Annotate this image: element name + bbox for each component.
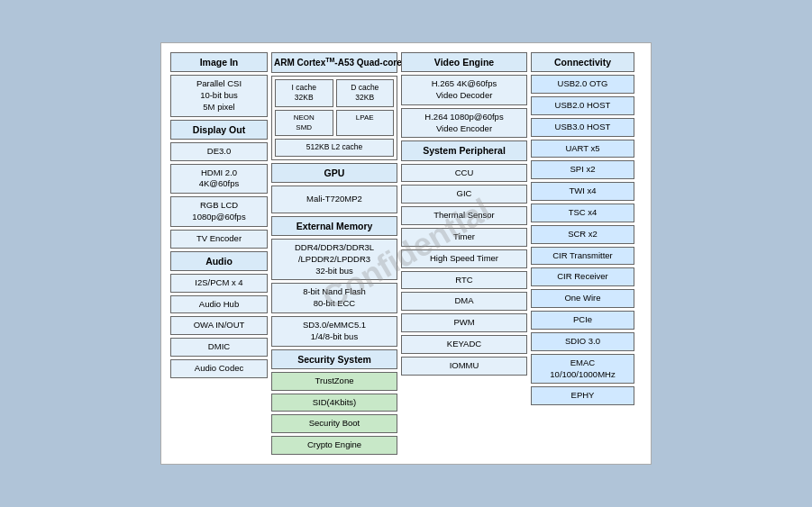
parallel-csi-label: Parallel CSI 10-bit bus 5M pixel [196, 78, 242, 112]
hdmi-label: HDMI 2.0 4K@60fps [199, 167, 240, 189]
pwm-block: PWM [401, 313, 527, 332]
h264-block: H.264 1080p@60fps Video Encoder [401, 108, 527, 139]
arm-cache-row: I cache 32KB D cache 32KB [275, 79, 394, 107]
security-boot-block: Security Boot [271, 414, 397, 433]
chip-diagram: Confidential Image In Parallel CSI 10-bi… [160, 42, 652, 465]
column-4: Connectivity USB2.0 OTG USB2.0 HOST USB3… [531, 52, 634, 455]
sdio-block: SDIO 3.0 [531, 332, 634, 351]
usb2host-block: USB2.0 HOST [531, 96, 634, 115]
hdmi-block: HDMI 2.0 4K@60fps [170, 164, 268, 195]
i2s-block: I2S/PCM x 4 [170, 274, 268, 293]
nand-block: 8-bit Nand Flash 80-bit ECC [271, 283, 397, 313]
ccu-block: CCU [401, 164, 527, 183]
one-wire-block: One Wire [531, 289, 634, 308]
dmic-block: DMIC [170, 338, 268, 357]
arm-neon-row: NEON SMD LPAE [275, 110, 394, 137]
crypto-engine-block: Crypto Engine [271, 436, 397, 455]
security-header: Security System [271, 349, 397, 369]
audio-header: Audio [170, 251, 268, 271]
audio-hub-block: Audio Hub [170, 295, 268, 314]
pcie-block: PCIe [531, 311, 634, 330]
scr-block: SCR x2 [531, 225, 634, 244]
sd-block: SD3.0/eMMC5.1 1/4/8-bit bus [271, 316, 397, 347]
neon-block: NEON SMD [275, 110, 333, 137]
column-3: Video Engine H.265 4K@60fps Video Decode… [401, 52, 527, 455]
arm-core-block: I cache 32KB D cache 32KB NEON SMD LPAE … [271, 76, 397, 160]
sys-peripheral-header: System Peripheral [401, 140, 527, 160]
tsc-block: TSC x4 [531, 204, 634, 222]
ext-mem-header: External Memory [271, 216, 397, 236]
video-engine-header: Video Engine [401, 52, 527, 72]
spi-block: SPI x2 [531, 160, 634, 179]
timer-block: Timer [401, 228, 527, 247]
l2-cache-block: 512KB L2 cache [275, 139, 394, 156]
dma-block: DMA [401, 292, 527, 311]
iommu-block: IOMMU [401, 357, 527, 376]
parallel-csi-block: Parallel CSI 10-bit bus 5M pixel [170, 75, 268, 116]
trustzone-block: TrustZone [271, 372, 397, 391]
arm-title: ARM CortexTM-A53 Quad-core [271, 52, 397, 73]
icache-label: I cache 32KB [292, 83, 316, 102]
cir-tx-block: CIR Transmitter [531, 247, 634, 266]
icache-block: I cache 32KB [275, 79, 333, 107]
mali-block: Mali-T720MP2 [271, 186, 397, 213]
keyadc-block: KEYADC [401, 335, 527, 354]
dcache-label: D cache 32KB [351, 83, 379, 102]
column-1: Image In Parallel CSI 10-bit bus 5M pixe… [170, 52, 268, 455]
rgb-lcd-label: RGB LCD 1080p@60fps [192, 200, 245, 222]
cir-rx-block: CIR Receiver [531, 267, 634, 286]
ddr-block: DDR4/DDR3/DDR3L /LPDDR2/LPDDR3 32-bit bu… [271, 239, 397, 280]
main-layout: Image In Parallel CSI 10-bit bus 5M pixe… [170, 52, 642, 455]
uart-block: UART x5 [531, 140, 634, 158]
usb2otg-block: USB2.0 OTG [531, 75, 634, 94]
audio-codec-block: Audio Codec [170, 359, 268, 378]
owa-block: OWA IN/OUT [170, 316, 268, 335]
thermal-sensor-block: Thermal Sensor [401, 206, 527, 225]
gic-block: GIC [401, 185, 527, 204]
ephy-block: EPHY [531, 386, 634, 405]
image-in-header: Image In [170, 52, 268, 72]
rtc-block: RTC [401, 271, 527, 290]
gpu-header: GPU [271, 163, 397, 183]
column-2: ARM CortexTM-A53 Quad-core I cache 32KB … [271, 52, 397, 455]
connectivity-header: Connectivity [531, 52, 634, 72]
tv-encoder-block: TV Encoder [170, 230, 268, 249]
h265-block: H.265 4K@60fps Video Decoder [401, 75, 527, 105]
lpae-block: LPAE [336, 110, 395, 137]
high-speed-timer-block: High Speed Timer [401, 249, 527, 268]
display-out-header: Display Out [170, 120, 268, 140]
sid-block: SID(4Kbits) [271, 394, 397, 412]
twi-block: TWI x4 [531, 182, 634, 201]
emac-block: EMAC 10/100/1000MHz [531, 354, 634, 385]
usb3host-block: USB3.0 HOST [531, 118, 634, 137]
de30-block: DE3.0 [170, 142, 268, 161]
rgb-lcd-block: RGB LCD 1080p@60fps [170, 196, 268, 227]
dcache-block: D cache 32KB [336, 79, 395, 107]
